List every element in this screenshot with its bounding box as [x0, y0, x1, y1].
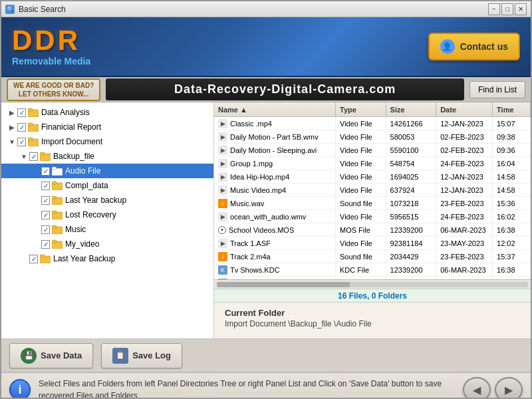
tree-item[interactable]: Last Year Backup — [1, 251, 213, 266]
tree-item[interactable]: ▶ Data Analysis — [1, 105, 213, 120]
file-date-cell: 23-FEB-2023 — [436, 197, 493, 209]
nav-buttons: ◀ ▶ — [463, 377, 523, 399]
save-data-button[interactable]: 💾 Save Data — [9, 343, 93, 368]
file-time-cell: 15:37 — [493, 250, 531, 263]
file-time-cell: 15:36 — [493, 197, 531, 209]
tree-item-label: Compl_data — [65, 181, 108, 190]
file-name-cell: ♪ Music.wav — [214, 197, 336, 209]
folder-icon — [40, 254, 51, 263]
save-log-button[interactable]: 📋 Save Log — [101, 343, 182, 368]
tree-item[interactable]: My_video — [1, 237, 213, 251]
tree-item[interactable]: Lost Recovery — [1, 207, 213, 222]
file-type-cell: Video File — [336, 210, 386, 223]
table-row[interactable]: ♪ Music.wav Sound file 1073218 23-FEB-20… — [214, 197, 531, 210]
file-name: Group 1.mpg — [230, 160, 273, 168]
kdc-icon: K — [218, 265, 227, 275]
tree-checkbox[interactable] — [41, 240, 50, 249]
prev-button[interactable]: ◀ — [463, 377, 491, 399]
tree-item[interactable]: ▼ Import Document — [1, 134, 213, 149]
tree-item[interactable]: Audio File — [1, 164, 213, 178]
tree-expand-icon[interactable]: ▶ — [7, 122, 17, 132]
status-bar: i Select Files and Folders from left Pan… — [1, 372, 531, 399]
find-in-list-button[interactable]: Find in List — [469, 81, 525, 98]
title-bar: 🔍 Basic Search − □ ✕ — [1, 1, 531, 17]
file-name: Music.wav — [230, 200, 264, 207]
tree-item[interactable]: Last Year backup — [1, 193, 213, 207]
tree-item-label: Backup_file — [53, 152, 94, 161]
tree-item[interactable]: Compl_data — [1, 178, 213, 193]
tree-expand-icon[interactable]: ▶ — [7, 107, 17, 118]
rating-badge[interactable]: WE ARE GOOD OR BAD? LET OTHERS KNOW... — [7, 78, 100, 101]
maximize-button[interactable]: □ — [501, 3, 513, 15]
svg-rect-5 — [28, 138, 33, 140]
file-time-cell: 16:02 — [493, 210, 531, 223]
tree-checkbox[interactable] — [41, 196, 50, 205]
table-row[interactable]: ♪ Track 2.m4a Sound file 2034429 23-FEB-… — [214, 250, 531, 263]
svg-rect-19 — [52, 240, 57, 243]
table-row[interactable]: ▶ ocean_with_audio.wmv Video File 595651… — [214, 210, 531, 223]
tree-expand-icon — [31, 180, 41, 191]
tree-checkbox[interactable] — [29, 255, 38, 263]
file-size-cell: 637924 — [386, 184, 437, 196]
tree-checkbox[interactable] — [41, 225, 50, 234]
tree-checkbox[interactable] — [17, 138, 26, 146]
file-name: Track 2.m4a — [230, 253, 271, 261]
table-row[interactable]: ▶ Music Video.mp4 Video File 637924 12-J… — [214, 184, 531, 197]
file-list-body[interactable]: ▶ Classic .mp4 Video File 14261266 12-JA… — [214, 117, 531, 279]
table-row[interactable]: K Tv Shows.KDC KDC File 12339200 06-MAR-… — [214, 263, 531, 277]
file-date-cell: 02-FEB-2023 — [436, 130, 493, 143]
tree-item[interactable]: ▶ Finanicial Report — [1, 120, 213, 134]
file-name-cell: ▶ Music Video.mp4 — [214, 184, 336, 196]
tree-checkbox[interactable] — [41, 182, 50, 190]
table-row[interactable]: ▶ Daily Motion - Sleeping.avi Video File… — [214, 144, 531, 157]
window-title: Basic Search — [19, 5, 488, 14]
table-row[interactable]: ▶ Track 1.ASF Video File 92381184 23-MAY… — [214, 237, 531, 250]
close-button[interactable]: ✕ — [515, 3, 527, 15]
table-row[interactable]: ▶ Group 1.mpg Video File 548754 24-FEB-2… — [214, 157, 531, 170]
file-date-cell: 23-MAY-2023 — [436, 237, 493, 249]
table-row[interactable]: ▶ Classic .mp4 Video File 14261266 12-JA… — [214, 117, 531, 130]
file-type-cell: Video File — [336, 157, 386, 170]
tree-checkbox[interactable] — [29, 152, 38, 161]
tree-checkbox[interactable] — [17, 108, 26, 117]
file-type-cell: KDC File — [336, 263, 386, 276]
file-type-icon: ▶ — [218, 239, 227, 248]
tree-item[interactable]: Music — [1, 222, 213, 237]
file-time-cell: 14:58 — [493, 170, 531, 183]
status-text: Select Files and Folders from left Panel… — [39, 378, 455, 399]
contact-label: Contact us — [460, 41, 508, 52]
tree-item[interactable]: ▼ Backup_file — [1, 149, 213, 164]
table-row[interactable]: ▶ Daily Motion - Part 5B.wmv Video File … — [214, 130, 531, 144]
tree-panel[interactable]: ▶ Data Analysis▶ Finanicial Report▼ Impo… — [1, 102, 214, 338]
col-header-name[interactable]: Name ▲ — [214, 102, 336, 116]
file-date-cell: 23-FEB-2023 — [436, 250, 493, 263]
tree-expand-icon — [31, 209, 41, 220]
current-folder-panel: Current Folder Import Document \Backup_f… — [214, 302, 531, 338]
file-date-cell: 12-JAN-2023 — [436, 184, 493, 196]
save-log-label: Save Log — [132, 350, 171, 360]
info-icon: i — [9, 379, 31, 399]
tree-item-label: Data Analysis — [41, 108, 90, 117]
tree-item-label: Finanicial Report — [41, 122, 101, 132]
col-header-date[interactable]: Date — [436, 102, 493, 116]
file-name-cell: School Videos.MOS — [214, 223, 336, 236]
tree-checkbox[interactable] — [17, 123, 26, 132]
horizontal-scrollbar[interactable] — [214, 279, 531, 289]
next-button[interactable]: ▶ — [495, 377, 523, 399]
col-header-type[interactable]: Type — [336, 102, 386, 116]
tree-checkbox[interactable] — [41, 167, 50, 176]
tree-checkbox[interactable] — [41, 211, 50, 219]
tree-item-label: Last Year backup — [65, 196, 126, 205]
tree-expand-icon[interactable]: ▼ — [19, 151, 29, 162]
file-name-cell: K Tv Shows.KDC — [214, 263, 336, 276]
table-row[interactable]: ▶ Idea Hip-Hop.mp4 Video File 1694025 12… — [214, 170, 531, 184]
file-panel: Name ▲ Type Size Date Time ▶ Classic .mp… — [214, 102, 531, 338]
tree-item-label: Music — [65, 225, 86, 234]
table-row[interactable]: School Videos.MOS MOS File 12339200 06-M… — [214, 223, 531, 237]
minimize-button[interactable]: − — [488, 3, 500, 15]
col-header-size[interactable]: Size — [386, 102, 437, 116]
tree-item-label: Last Year Backup — [53, 254, 115, 263]
col-header-time[interactable]: Time — [493, 102, 531, 116]
tree-expand-icon[interactable]: ▼ — [7, 136, 17, 147]
contact-button[interactable]: 👤 Contact us — [428, 33, 520, 61]
